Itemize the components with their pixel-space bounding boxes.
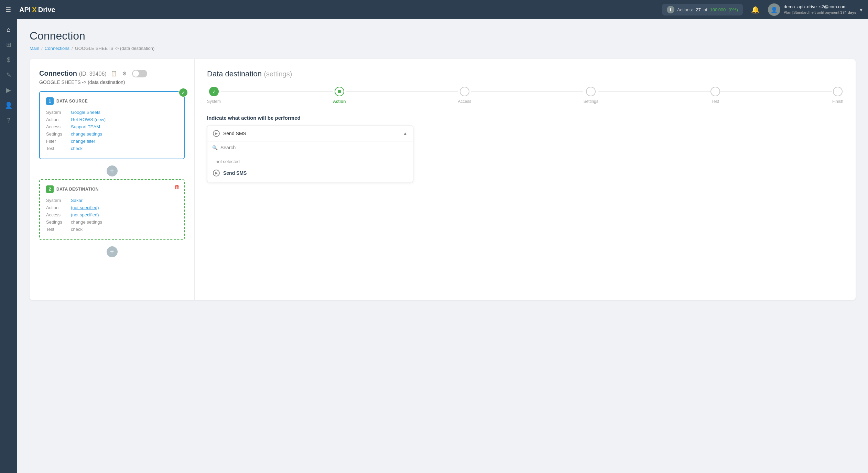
card-dest-label: DATA DESTINATION xyxy=(56,187,99,192)
left-panel: Connection (ID: 39406) 📋 ⚙ GOOGLE SHEETS… xyxy=(30,59,195,300)
add-connector-button-1[interactable]: + xyxy=(107,165,118,176)
user-menu[interactable]: 👤 demo_apix-drive_s2@com.com Plan |Stand… xyxy=(768,3,862,16)
table-row: System Sakari xyxy=(46,198,178,203)
search-input[interactable] xyxy=(220,145,408,150)
right-panel: Data destination (settings) ✓ System Act… xyxy=(195,59,856,300)
selected-play-icon: ▶ xyxy=(213,130,220,137)
sidebar-item-play[interactable]: ▶ xyxy=(2,83,15,97)
user-info: demo_apix-drive_s2@com.com Plan |Standar… xyxy=(784,4,856,15)
source-settings-value[interactable]: change settings xyxy=(71,131,102,137)
source-check-icon: ✓ xyxy=(178,88,188,97)
data-destination-card: 2 DATA DESTINATION 🗑 System Sakari Actio… xyxy=(39,179,185,240)
user-plan: Plan |Standard| left until payment 374 d… xyxy=(784,10,856,15)
card-source-header: 1 DATA SOURCE xyxy=(46,97,178,105)
step-settings-circle xyxy=(586,87,596,96)
actions-limit: 100'000 xyxy=(710,7,726,12)
sidebar: ⌂ ⊞ $ ✎ ▶ 👤 ? xyxy=(0,19,17,473)
hamburger-icon[interactable]: ☰ xyxy=(6,6,11,13)
step-finish-circle xyxy=(833,87,843,96)
step-line-5 xyxy=(720,92,832,92)
step-action-circle xyxy=(335,87,344,96)
dest-action-value[interactable]: (not specified) xyxy=(71,205,99,210)
table-row: Settings change settings xyxy=(46,219,178,225)
copy-icon-button[interactable]: 📋 xyxy=(110,70,118,77)
step-finish: Finish xyxy=(832,87,843,104)
dest-rows: System Sakari Action (not specified) Acc… xyxy=(46,198,178,232)
sidebar-item-dollar[interactable]: $ xyxy=(2,53,15,67)
connection-id: (ID: 39406) xyxy=(79,71,107,77)
bell-icon[interactable]: 🔔 xyxy=(748,6,762,14)
actions-count: 27 xyxy=(696,7,701,12)
connection-toggle[interactable] xyxy=(132,70,147,77)
sidebar-item-home[interactable]: ⌂ xyxy=(2,23,15,36)
actions-label: Actions: xyxy=(677,7,693,12)
sidebar-item-user[interactable]: 👤 xyxy=(2,98,15,112)
table-row: Action (not specified) xyxy=(46,205,178,210)
info-icon: i xyxy=(667,6,674,13)
stepper: ✓ System Action Access xyxy=(207,87,843,104)
table-row: Access Support TEAM xyxy=(46,124,178,129)
dest-test-value: check xyxy=(71,227,83,232)
dest-access-value[interactable]: (not specified) xyxy=(71,212,99,217)
step-system: ✓ System xyxy=(207,87,221,104)
page-title: Connection xyxy=(30,30,856,42)
option-play-icon: ▶ xyxy=(213,170,220,176)
logo-drive: Drive xyxy=(38,6,55,14)
table-row: Access (not specified) xyxy=(46,212,178,217)
sidebar-item-diagram[interactable]: ⊞ xyxy=(2,38,15,52)
breadcrumb-main[interactable]: Main xyxy=(30,46,39,51)
add-btn-row-2: + xyxy=(39,246,185,257)
dropdown-chevron-icon: ▲ xyxy=(403,131,408,136)
sidebar-item-help[interactable]: ? xyxy=(2,114,15,127)
right-panel-title: Data destination (settings) xyxy=(207,69,843,78)
card-source-label: DATA SOURCE xyxy=(56,99,88,104)
step-action: Action xyxy=(333,87,346,104)
settings-icon-button[interactable]: ⚙ xyxy=(121,70,127,77)
action-dropdown[interactable]: ▶ Send SMS ▲ 🔍 - not selected - ▶ Send S… xyxy=(207,126,413,182)
actions-percent: (0%) xyxy=(728,7,738,12)
card-dest-header: 2 DATA DESTINATION xyxy=(46,185,178,193)
delete-destination-button[interactable]: 🗑 xyxy=(174,184,180,190)
logo-api: API xyxy=(19,6,31,14)
step-access: Access xyxy=(458,87,471,104)
dropdown-option-label: Send SMS xyxy=(223,170,247,176)
breadcrumb-connections[interactable]: Connections xyxy=(45,46,69,51)
step-finish-label: Finish xyxy=(832,99,843,104)
step-test-label: Test xyxy=(712,99,719,104)
user-email: demo_apix-drive_s2@com.com xyxy=(784,4,856,10)
step-test-circle xyxy=(710,87,720,96)
source-access-value[interactable]: Support TEAM xyxy=(71,124,100,129)
table-row: Test check xyxy=(46,227,178,232)
dest-system-value[interactable]: Sakari xyxy=(71,198,84,203)
dropdown-selected-left: ▶ Send SMS xyxy=(213,130,246,137)
step-test: Test xyxy=(710,87,720,104)
step-access-circle xyxy=(460,87,469,96)
source-rows: System Google Sheets Action Get ROWS (ne… xyxy=(46,110,178,151)
source-action-value[interactable]: Get ROWS (new) xyxy=(71,117,106,122)
source-test-value[interactable]: check xyxy=(71,146,83,151)
sidebar-item-briefcase[interactable]: ✎ xyxy=(2,68,15,82)
dropdown-selected-row[interactable]: ▶ Send SMS ▲ xyxy=(207,126,413,141)
dropdown-option-send-sms[interactable]: ▶ Send SMS xyxy=(207,167,413,179)
table-row: System Google Sheets xyxy=(46,110,178,115)
step-line-4 xyxy=(598,92,710,92)
add-connector-button-2[interactable]: + xyxy=(107,246,118,257)
avatar: 👤 xyxy=(768,3,780,16)
step-system-circle: ✓ xyxy=(209,87,219,96)
data-source-card: 1 DATA SOURCE ✓ System Google Sheets Act… xyxy=(39,91,185,159)
table-row: Action Get ROWS (new) xyxy=(46,117,178,122)
step-settings-label: Settings xyxy=(583,99,598,104)
table-row: Settings change settings xyxy=(46,131,178,137)
source-system-value[interactable]: Google Sheets xyxy=(71,110,100,115)
connection-title-row: Connection (ID: 39406) 📋 ⚙ xyxy=(39,69,185,77)
search-icon: 🔍 xyxy=(212,145,218,150)
step-action-label: Action xyxy=(333,99,346,104)
add-btn-row-1: + xyxy=(39,165,185,176)
logo-x: X xyxy=(32,6,36,14)
table-row: Test check xyxy=(46,146,178,151)
not-selected-label: - not selected - xyxy=(207,157,413,167)
actions-badge: i Actions: 27 of 100'000 (0%) xyxy=(662,4,743,15)
source-filter-value[interactable]: change filter xyxy=(71,139,95,144)
step-access-label: Access xyxy=(458,99,471,104)
connection-title: Connection (ID: 39406) xyxy=(39,69,107,77)
